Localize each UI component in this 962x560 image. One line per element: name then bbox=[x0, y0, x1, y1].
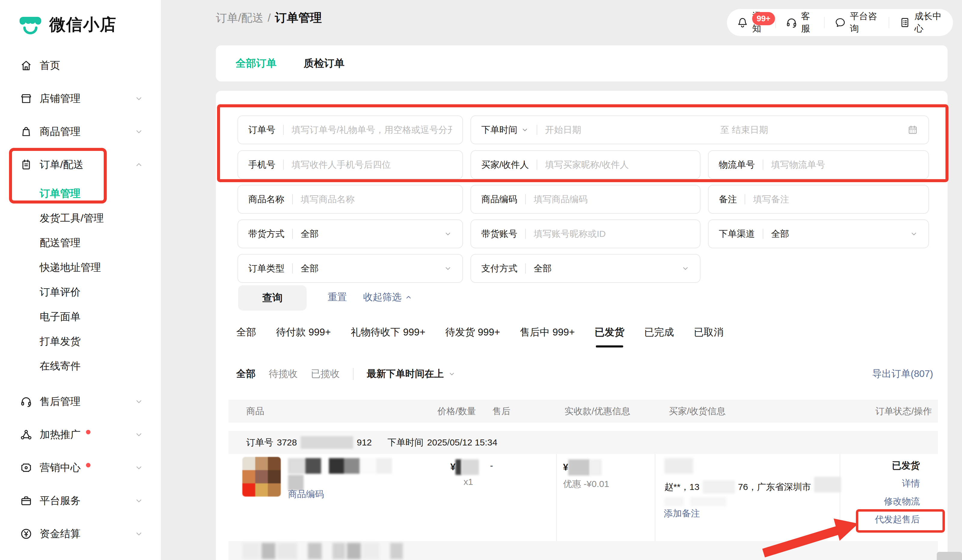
sidebar-subitem-label: 配送管理 bbox=[40, 236, 81, 250]
field-placeholder: 填写商品编码 bbox=[534, 193, 588, 206]
sidebar-item-marketing-center[interactable]: 营销中心 bbox=[0, 451, 161, 484]
sidebar-item-platform-services[interactable]: 平台服务 bbox=[0, 484, 161, 517]
detail-link[interactable]: 详情 bbox=[902, 477, 920, 490]
sidebar-subitem-e-waybill[interactable]: 电子面单 bbox=[0, 305, 161, 329]
wechat-shop-logo-icon bbox=[19, 15, 42, 35]
orders-panel: 订单号 填写订单号/礼物单号，用空格或逗号分开 下单时间 开始日期 至 结束日期 bbox=[216, 91, 947, 560]
sidebar-item-shop-mgmt[interactable]: 店铺管理 bbox=[0, 82, 161, 115]
start-date-placeholder: 开始日期 bbox=[545, 124, 581, 136]
end-date-placeholder: 至 结束日期 bbox=[720, 124, 768, 136]
modify-logistics-link[interactable]: 修改物流 bbox=[884, 495, 920, 508]
add-remark-link[interactable]: 添加备注 bbox=[664, 507, 700, 520]
topbar-pill: 通知 99+ 客服 平台咨询 成长中 bbox=[727, 9, 953, 36]
pickup-filter-pending[interactable]: 待揽收 bbox=[269, 367, 298, 381]
tab-qc-orders[interactable]: 质检订单 bbox=[303, 56, 344, 70]
col-price-qty: 价格/数量 bbox=[437, 400, 476, 423]
status-tab-unpaid[interactable]: 待付款 999+ bbox=[276, 326, 331, 339]
export-orders-link[interactable]: 导出订单(807) bbox=[872, 367, 933, 381]
tab-all-orders[interactable]: 全部订单 bbox=[236, 56, 276, 70]
buyer-redacted-row bbox=[664, 497, 726, 506]
status-tab-to-ship[interactable]: 待发货 999+ bbox=[445, 326, 500, 339]
sidebar-subitem-shipping-tools[interactable]: 发货工具/管理 bbox=[0, 206, 161, 231]
yen-circle-icon bbox=[20, 528, 32, 540]
address-redacted bbox=[814, 477, 841, 492]
breadcrumb-section[interactable]: 订单/配送 bbox=[216, 11, 263, 26]
sidebar-subitem-label: 在线寄件 bbox=[40, 359, 81, 373]
chevron-down-icon bbox=[444, 230, 452, 238]
field-label: 物流单号 bbox=[719, 159, 755, 171]
field-label: 支付方式 bbox=[481, 262, 517, 275]
sidebar-subitem-express-address[interactable]: 快递地址管理 bbox=[0, 255, 161, 280]
tracking-no-filter[interactable]: 物流单号 填写物流单号 bbox=[708, 150, 929, 179]
column-divider bbox=[839, 454, 840, 541]
order-status-tabs: 全部 待付款 999+ 礼物待收下 999+ 待发货 999+ 售后中 999+… bbox=[236, 324, 724, 341]
nav-gap bbox=[0, 378, 161, 385]
phone-redacted bbox=[702, 480, 735, 494]
discount-value: 优惠 -¥0.01 bbox=[563, 478, 609, 490]
pickup-filter-all[interactable]: 全部 bbox=[236, 367, 255, 381]
column-divider bbox=[655, 454, 655, 541]
sidebar-item-funds-settlement[interactable]: 资金结算 bbox=[0, 517, 161, 550]
status-tab-gift-pending[interactable]: 礼物待收下 999+ bbox=[351, 326, 426, 339]
field-placeholder: 填写账号昵称或ID bbox=[534, 228, 606, 240]
reset-link[interactable]: 重置 bbox=[328, 290, 347, 304]
topbar-growth-center[interactable]: 成长中心 bbox=[889, 9, 953, 36]
product-code-link[interactable]: 商品编码 bbox=[288, 488, 324, 500]
aftersale-value: - bbox=[490, 460, 493, 471]
status-tab-aftersale[interactable]: 售后中 999+ bbox=[520, 326, 575, 339]
sales-mode-select[interactable]: 带货方式 全部 bbox=[237, 219, 463, 248]
status-tab-cancelled[interactable]: 已取消 bbox=[694, 326, 724, 339]
sidebar-subitem-label: 快递地址管理 bbox=[40, 261, 101, 274]
topbar-notice[interactable]: 通知 99+ bbox=[727, 9, 775, 36]
toolbar-divider bbox=[353, 368, 353, 380]
sidebar-subitem-delivery-mgmt[interactable]: 配送管理 bbox=[0, 231, 161, 255]
sidebar-item-heat-promotion[interactable]: 加热推广 bbox=[0, 418, 161, 451]
topbar-platform-consult[interactable]: 平台咨询 bbox=[825, 9, 888, 36]
order-type-select[interactable]: 订单类型 全部 bbox=[237, 254, 463, 283]
product-title-redacted bbox=[288, 458, 392, 491]
order-channel-select[interactable]: 下单渠道 全部 bbox=[708, 219, 929, 248]
sidebar-subitem-order-mgmt[interactable]: 订单管理 bbox=[0, 181, 161, 206]
sidebar-item-product-mgmt[interactable]: 商品管理 bbox=[0, 115, 161, 148]
headset-icon bbox=[20, 395, 32, 408]
sidebar-subitem-print-ship[interactable]: 打单发货 bbox=[0, 329, 161, 354]
product-code-filter[interactable]: 商品编码 填写商品编码 bbox=[470, 185, 701, 214]
sidebar-subitem-online-shipping[interactable]: 在线寄件 bbox=[0, 354, 161, 378]
field-label: 手机号 bbox=[248, 159, 275, 171]
collapse-filters-label: 收起筛选 bbox=[363, 290, 402, 304]
status-tab-completed[interactable]: 已完成 bbox=[644, 326, 674, 339]
phone-filter[interactable]: 手机号 填写收件人手机号后四位 bbox=[237, 150, 463, 179]
sidebar-subitem-label: 订单评价 bbox=[40, 285, 81, 299]
status-tab-shipped[interactable]: 已发货 bbox=[595, 326, 625, 339]
sales-account-filter[interactable]: 带货账号 填写账号昵称或ID bbox=[470, 219, 701, 248]
buyer-filter[interactable]: 买家/收件人 填写买家昵称/收件人 bbox=[470, 150, 701, 179]
topbar-customer-service[interactable]: 客服 bbox=[776, 9, 824, 36]
order-no-filter[interactable]: 订单号 填写订单号/礼物单号，用空格或逗号分开 bbox=[237, 115, 463, 144]
bag-icon bbox=[20, 125, 32, 138]
scroll-corner-widget[interactable] bbox=[937, 552, 962, 560]
notice-badge: 99+ bbox=[752, 12, 775, 25]
sidebar: 微信小店 首页 店铺管理 bbox=[0, 0, 161, 560]
sidebar-item-orders-delivery[interactable]: 订单/配送 bbox=[0, 148, 161, 181]
pickup-filter-picked[interactable]: 已揽收 bbox=[311, 367, 340, 381]
status-tab-all[interactable]: 全部 bbox=[236, 326, 256, 339]
sidebar-item-home[interactable]: 首页 bbox=[0, 49, 161, 82]
sidebar-item-aftersale-mgmt[interactable]: 售后管理 bbox=[0, 385, 161, 418]
field-label: 备注 bbox=[719, 193, 737, 206]
query-button[interactable]: 查询 bbox=[238, 285, 307, 310]
proxy-aftersale-link[interactable]: 代发起售后 bbox=[875, 513, 920, 526]
collapse-filters-link[interactable]: 收起筛选 bbox=[363, 290, 412, 304]
field-label: 买家/收件人 bbox=[481, 159, 529, 171]
order-time-filter[interactable]: 下单时间 开始日期 至 结束日期 bbox=[470, 115, 929, 144]
field-label: 订单类型 bbox=[248, 262, 284, 275]
sort-order-dropdown[interactable]: 最新下单时间在上 bbox=[367, 367, 456, 381]
buyer-name-phone: 赵**，13 bbox=[664, 481, 700, 493]
field-divider bbox=[525, 229, 526, 239]
sidebar-subitem-order-review[interactable]: 订单评价 bbox=[0, 280, 161, 305]
field-divider bbox=[537, 160, 537, 170]
col-product: 商品 bbox=[246, 400, 264, 423]
remark-filter[interactable]: 备注 填写备注 bbox=[708, 185, 929, 214]
pay-method-select[interactable]: 支付方式 全部 bbox=[470, 254, 701, 283]
chevron-down-icon bbox=[134, 94, 144, 103]
product-name-filter[interactable]: 商品名称 填写商品名称 bbox=[237, 185, 463, 214]
